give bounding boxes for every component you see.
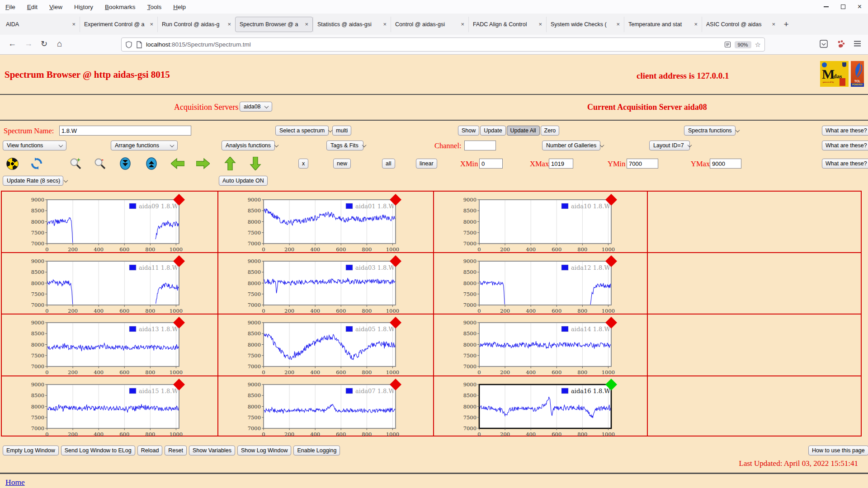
menu-view[interactable]: View [49,4,62,10]
spectrum-plot-aida10[interactable]: 9000850080007500700002004006008001000aid… [462,194,620,253]
tags-fits-dropdown[interactable]: Tags & Fits [326,141,363,150]
tab-close-icon[interactable]: × [305,21,308,28]
tab-close-icon[interactable]: × [383,21,387,28]
tab-statistics-aidas-gsi[interactable]: Statistics @ aidas-gsi× [313,17,391,32]
compress-y-icon[interactable] [118,157,132,170]
spectrum-plot-aida16[interactable]: 9000850080007500700002004006008001000aid… [462,379,620,438]
update-all-button[interactable]: Update All [507,126,540,136]
menu-edit[interactable]: Edit [27,4,38,10]
gallery-cell[interactable]: 9000850080007500700002004006008001000aid… [218,192,434,253]
tab-aida[interactable]: AIDA× [2,17,80,32]
pan-up-icon[interactable] [223,157,237,170]
home-link[interactable]: Home [5,478,25,487]
what-are-these-button-2[interactable]: What are these? [822,141,868,150]
zoom-in-icon[interactable]: + [69,157,82,170]
channel-input[interactable] [464,141,496,150]
gallery-cell[interactable]: 9000850080007500700002004006008001000aid… [2,376,218,436]
number-of-galleries-dropdown[interactable]: Number of Galleries [542,141,600,150]
tab-run-control-aidas-g[interactable]: Run Control @ aidas-g× [157,17,235,32]
back-icon[interactable]: ← [8,39,16,48]
tab-close-icon[interactable]: × [150,21,153,28]
hamburger-menu-icon[interactable] [854,40,861,47]
tab-spectrum-browser-a[interactable]: Spectrum Browser @ a× [235,17,313,32]
save-page-icon[interactable] [819,39,828,48]
pan-right-icon[interactable] [196,157,210,170]
show-variables-button[interactable]: Show Variables [189,446,235,455]
update-rate-dropdown[interactable]: Update Rate (8 secs) [3,176,63,186]
zero-button[interactable]: Zero [541,126,560,136]
x-axis-button[interactable]: x [298,159,308,169]
new-button[interactable]: new [333,159,351,169]
pan-down-icon[interactable] [249,157,262,170]
gallery-cell[interactable]: 9000850080007500700002004006008001000aid… [434,376,648,436]
empty-log-window-button[interactable]: Empty Log Window [3,446,59,455]
tab-close-icon[interactable]: × [461,21,464,28]
auto-update-button[interactable]: Auto Update ON [219,176,268,186]
maximize-icon[interactable] [841,5,845,9]
gallery-cell[interactable]: 9000850080007500700002004006008001000aid… [434,314,648,376]
spectrum-plot-aida09[interactable]: 9000850080007500700002004006008001000aid… [30,194,188,253]
home-icon[interactable]: ⌂ [57,39,62,49]
ymin-input[interactable] [627,159,658,169]
spectrum-plot-aida11[interactable]: 9000850080007500700002004006008001000aid… [30,255,188,315]
url-text[interactable]: localhost:8015/Spectrum/Spectrum.tml [146,41,251,48]
gallery-cell[interactable]: 9000850080007500700002004006008001000aid… [434,192,648,253]
what-are-these-button-3[interactable]: What are these? [822,159,868,169]
bookmark-star-icon[interactable]: ☆ [755,41,761,49]
tab-experiment-control-a[interactable]: Experiment Control @ a× [80,17,157,32]
select-spectrum-dropdown[interactable]: Select a spectrum [275,126,329,136]
spectrum-name-input[interactable] [59,126,191,136]
tab-close-icon[interactable]: × [227,21,231,28]
reset-button[interactable]: Reset [165,446,187,455]
tab-system-wide-checks[interactable]: System wide Checks (× [546,17,624,32]
reload-icon[interactable]: ↻ [41,39,47,49]
analysis-functions-dropdown[interactable]: Analysis functions [222,141,275,150]
tab-temperature-and-stat[interactable]: Temperature and stat× [624,17,702,32]
spectrum-plot-aida01[interactable]: 9000850080007500700002004006008001000aid… [246,194,405,253]
gallery-cell[interactable]: 9000850080007500700002004006008001000aid… [2,192,218,253]
gallery-cell[interactable]: 9000850080007500700002004006008001000aid… [2,314,218,376]
tab-close-icon[interactable]: × [694,21,698,28]
spectrum-plot-aida15[interactable]: 9000850080007500700002004006008001000aid… [30,379,188,438]
all-button[interactable]: all [382,159,395,169]
tab-close-icon[interactable]: × [616,21,620,28]
tcl-powered-logo[interactable]: TCL POWERED [851,61,864,87]
radioactive-icon[interactable] [5,157,19,170]
gallery-cell[interactable]: 9000850080007500700002004006008001000aid… [218,253,434,314]
new-tab-button[interactable]: + [779,18,793,31]
linear-button[interactable]: linear [416,159,437,169]
reload-button[interactable]: Reload [137,446,163,455]
tab-close-icon[interactable]: × [72,21,75,28]
url-bar[interactable]: localhost:8015/Spectrum/Spectrum.tml 90%… [121,38,765,52]
tab-fadc-align-control[interactable]: FADC Align & Control× [468,17,546,32]
what-are-these-button-1[interactable]: What are these? [822,126,868,136]
forward-icon[interactable]: → [24,39,33,48]
update-button[interactable]: Update [480,126,505,136]
layout-id-dropdown[interactable]: Layout ID=7 [649,141,690,150]
expand-y-icon[interactable] [145,157,158,170]
menu-history[interactable]: History [74,4,93,10]
spectrum-plot-aida05[interactable]: 9000850080007500700002004006008001000aid… [246,317,405,376]
tab-close-icon[interactable]: × [538,21,542,28]
zoom-out-icon[interactable]: - [93,157,107,170]
multi-button[interactable]: multi [332,126,351,136]
close-icon[interactable]: × [858,3,862,10]
view-functions-dropdown[interactable]: View functions [3,141,66,150]
menu-file[interactable]: File [5,4,15,10]
minimize-icon[interactable] [824,6,829,7]
show-button[interactable]: Show [458,126,479,136]
spectra-functions-dropdown[interactable]: Spectra functions [684,126,736,136]
how-to-use-button[interactable]: How to use this page [808,446,868,455]
tab-close-icon[interactable]: × [772,21,775,28]
spectrum-plot-aida03[interactable]: 9000850080007500700002004006008001000aid… [246,255,405,315]
ymax-input[interactable] [710,159,741,169]
gallery-cell[interactable]: 9000850080007500700002004006008001000aid… [2,253,218,314]
midas-logo[interactable]: M idas powered by [820,61,849,87]
arrange-functions-dropdown[interactable]: Arrange functions [111,141,178,150]
show-log-window-button[interactable]: Show Log Window [237,446,292,455]
gallery-cell[interactable]: 9000850080007500700002004006008001000aid… [434,253,648,314]
refresh-icon[interactable] [30,157,43,170]
xmax-input[interactable] [549,159,573,169]
spectrum-plot-aida13[interactable]: 9000850080007500700002004006008001000aid… [30,317,188,376]
xmin-input[interactable] [479,159,503,169]
